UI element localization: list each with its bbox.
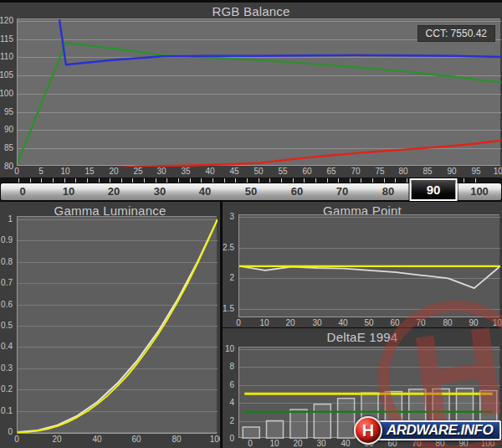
slider-selected-value[interactable]: 90	[410, 178, 458, 201]
x-tick-label: 65	[326, 167, 336, 176]
logo-text: ARDWARE.INFO	[387, 422, 493, 439]
y-tick-label: 10	[225, 344, 234, 353]
gamma-luminance-chart	[18, 217, 218, 435]
rgb-balance-title: RGB Balance	[0, 4, 502, 19]
slider-value[interactable]: 20	[108, 183, 120, 201]
y-tick-label: 0.4	[1, 342, 13, 351]
y-tick-label: 120	[0, 16, 13, 25]
y-tick-label: 110	[0, 52, 13, 61]
x-tick-label: 50	[364, 318, 373, 327]
x-tick-label: 40	[205, 167, 214, 176]
slider-value[interactable]: 40	[199, 183, 211, 201]
x-tick-label: 20	[109, 167, 118, 176]
y-tick-label: 2	[229, 273, 234, 282]
green-line	[18, 43, 501, 163]
slider-value[interactable]: 0	[19, 183, 25, 201]
y-tick-label: 4	[229, 398, 234, 407]
x-tick-label: 0	[236, 318, 241, 327]
y-tick-label: 3	[229, 212, 234, 221]
gamma-point-y-axis-labels: 1.522.53	[223, 214, 236, 317]
rgb-x-axis-labels: 0510152025303540455055606570758085909510…	[17, 167, 500, 178]
x-tick-label: 30	[316, 439, 325, 448]
x-tick-label: 90	[447, 167, 456, 176]
y-tick-label: 85	[4, 143, 13, 152]
x-tick-label: 55	[278, 167, 287, 176]
x-tick-label: 100	[494, 167, 502, 176]
slider-value[interactable]: 30	[154, 183, 166, 201]
logo-ribbon: ARDWARE.INFO	[366, 420, 501, 440]
calibration-report: RGB Balance 80859095100105110115120 CCT:…	[0, 0, 502, 448]
x-tick-label: 60	[131, 435, 141, 444]
x-tick-label: 85	[423, 167, 432, 176]
y-tick-label: 0.9	[1, 235, 13, 245]
logo-h-badge-icon: H	[354, 416, 382, 445]
y-tick-label: 1	[8, 214, 13, 224]
deltae-bar	[314, 404, 330, 439]
y-tick-label: 0.2	[1, 384, 13, 394]
y-tick-label: 8	[229, 362, 234, 371]
x-tick-label: 30	[156, 167, 166, 176]
x-tick-label: 40	[92, 435, 101, 444]
deltae-bar	[290, 409, 307, 439]
y-tick-label: 0	[8, 427, 13, 436]
x-tick-label: 0	[248, 439, 253, 448]
y-tick-label: 6	[229, 380, 234, 389]
x-tick-label: 10	[269, 439, 279, 448]
x-tick-label: 40	[341, 439, 350, 448]
y-tick-label: 100	[0, 89, 13, 98]
x-tick-label: 40	[338, 318, 347, 327]
x-tick-label: 20	[293, 439, 302, 448]
x-tick-label: 0	[14, 435, 19, 444]
gamma-luminance-x-axis-labels: 020406080100	[17, 435, 217, 445]
x-tick-label: 60	[302, 167, 311, 176]
cct-badge: CCT: 7550.42	[417, 25, 495, 42]
y-tick-label: 0	[229, 434, 234, 443]
slider-value[interactable]: 70	[336, 183, 348, 201]
deltae-bar	[243, 427, 259, 439]
y-tick-label: 105	[0, 70, 13, 80]
x-tick-label: 80	[172, 435, 181, 444]
x-tick-label: 80	[398, 167, 407, 176]
y-tick-label: 2	[229, 416, 234, 425]
x-tick-label: 30	[312, 318, 321, 327]
red-line	[115, 141, 501, 167]
x-tick-label: 20	[52, 435, 61, 444]
measured-gamma-line	[239, 266, 500, 288]
y-tick-label: 0.1	[1, 406, 13, 415]
x-tick-label: 95	[471, 167, 480, 176]
x-tick-label: 10	[259, 318, 269, 327]
x-tick-label: 10	[60, 167, 69, 176]
x-tick-label: 70	[351, 167, 360, 176]
rgb-y-axis-labels: 80859095100105110115120	[0, 18, 15, 166]
y-tick-label: 95	[4, 107, 13, 116]
x-tick-label: 35	[181, 167, 190, 176]
y-tick-label: 90	[4, 125, 13, 134]
y-tick-label: 0.5	[1, 321, 13, 330]
slider-value[interactable]: 10	[63, 183, 74, 201]
x-tick-label: 5	[38, 167, 44, 176]
y-tick-label: 2.5	[223, 243, 234, 252]
slider-value[interactable]: 60	[291, 183, 303, 201]
deltae-y-axis-labels: 0246810	[223, 347, 236, 438]
y-tick-label: 1.5	[223, 304, 234, 313]
slider-value[interactable]: 80	[382, 183, 394, 201]
x-tick-label: 50	[254, 167, 263, 176]
x-tick-label: 0	[14, 167, 19, 176]
y-tick-label: 0.6	[1, 300, 13, 309]
y-tick-label: 0.7	[1, 278, 13, 287]
y-tick-label: 0.8	[1, 257, 13, 266]
x-tick-label: 100	[210, 435, 220, 444]
gamma-luminance-plot	[17, 216, 217, 434]
deltae-bar	[338, 399, 355, 439]
stimulus-level-slider[interactable]: 0102030405060708090100	[0, 178, 502, 201]
gamma-luminance-panel: Gamma Luminance 00.10.20.30.40.50.60.70.…	[0, 202, 220, 448]
hardware-info-logo: ARDWARE.INFO H	[354, 416, 502, 445]
rgb-balance-panel: RGB Balance 80859095100105110115120 CCT:…	[0, 3, 502, 178]
x-tick-label: 45	[229, 167, 238, 176]
slider-value[interactable]: 100	[470, 183, 489, 201]
deltae-bar	[267, 421, 284, 440]
y-tick-label: 0.3	[1, 363, 13, 373]
slider-value[interactable]: 50	[245, 183, 257, 201]
x-tick-label: 15	[85, 167, 94, 176]
y-tick-label: 115	[0, 34, 13, 44]
